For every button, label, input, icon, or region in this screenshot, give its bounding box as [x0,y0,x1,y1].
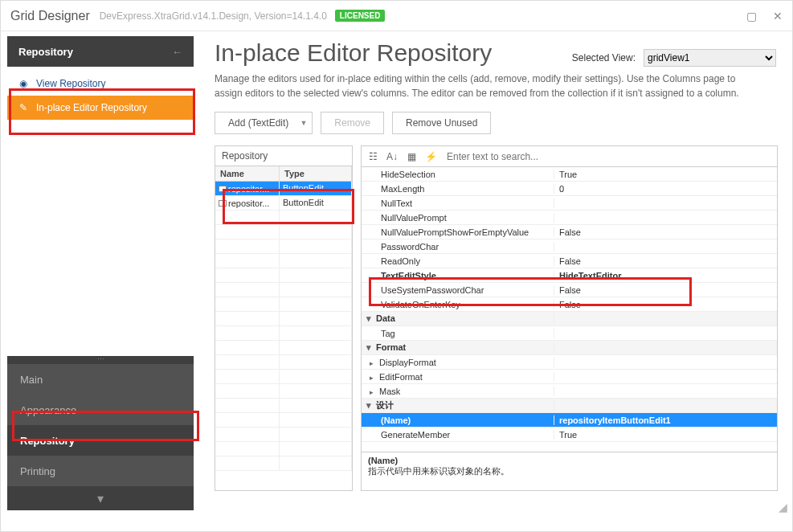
property-row[interactable]: GenerateMemberTrue [362,428,777,442]
property-row[interactable]: HideSelectionTrue [362,167,777,182]
property-row[interactable]: NullValuePromptShowForEmptyValueFalse [362,225,777,239]
repo-panel-head: Repository [215,145,353,166]
resize-grip-icon[interactable]: ◢ [779,501,787,514]
app-title: Grid Designer [10,9,90,23]
remove-button: Remove [321,112,384,134]
property-row[interactable]: Tag [362,326,777,341]
repo-panel: Repository Name Type repositor...ButtonE… [215,145,353,491]
col-name[interactable]: Name [215,166,280,182]
back-icon[interactable]: ← [172,46,182,58]
close-icon[interactable]: ✕ [773,10,783,23]
sort-az-icon[interactable]: A↓ [384,149,400,165]
property-panel: ☷ A↓ ▦ ⚡ HideSelectionTrueMaxLength0Null… [361,145,778,491]
property-row[interactable]: ▸EditFormat [362,370,777,384]
property-row[interactable]: NullValuePrompt [362,211,777,225]
remove-unused-button[interactable]: Remove Unused [392,112,491,134]
property-row[interactable]: ▸DisplayFormat [362,355,777,370]
repo-grid[interactable]: Name Type repositor...ButtonEditreposito… [215,166,353,491]
minimize-icon[interactable]: ▢ [746,10,757,23]
selected-view-dropdown[interactable]: gridView1 [644,49,776,67]
nav-collapse[interactable]: ▾ [7,486,194,510]
property-row[interactable]: MaxLength0 [362,182,777,196]
nav-appearance[interactable]: Appearance [7,395,194,425]
props-icon[interactable]: ▦ [403,149,419,165]
selected-view-label: Selected View: [572,52,636,63]
nav-repository[interactable]: Repository [7,425,194,456]
edit-icon: ✎ [17,101,30,114]
property-row[interactable]: PasswordChar [362,239,777,254]
table-row[interactable]: repositor...ButtonEdit [215,196,352,211]
tree-view-repository[interactable]: ◉ View Repository [7,72,194,96]
nav-grip[interactable]: ⋯ [7,356,194,364]
property-desc: (Name) 指示代码中用来标识该对象的名称。 [362,452,777,490]
chevron-down-icon: ▼ [300,119,307,127]
col-type[interactable]: Type [280,166,352,182]
sidebar: Repository ← ◉ View Repository ✎ In-plac… [1,31,200,517]
categorize-icon[interactable]: ☷ [365,149,381,165]
property-row[interactable]: ▸Mask [362,384,777,399]
sidebar-header: Repository ← [7,36,194,67]
property-row[interactable]: UseSystemPasswordCharFalse [362,283,777,297]
property-row[interactable]: (Name)repositoryItemButtonEdit1 [362,413,777,428]
eye-icon: ◉ [17,77,30,90]
license-badge: LICENSED [335,10,386,22]
tree-inplace-editor[interactable]: ✎ In-place Editor Repository [7,96,194,120]
content: In-place Editor Repository Selected View… [200,31,792,517]
property-row[interactable]: TextEditStyleHideTextEditor [362,268,777,283]
events-icon[interactable]: ⚡ [423,149,439,165]
add-button[interactable]: Add (TextEdit)▼ [215,112,313,134]
titlebar: Grid Designer DevExpress.XtraGrid.v14.1.… [1,1,792,31]
nav-main[interactable]: Main [7,364,194,395]
property-row[interactable]: ▾Data [362,312,777,326]
property-row[interactable]: ▾设计 [362,399,777,413]
property-row[interactable]: ReadOnlyFalse [362,254,777,268]
property-search[interactable] [442,148,774,166]
assembly-info: DevExpress.XtraGrid.v14.1.Design, Versio… [100,10,327,22]
nav-printing[interactable]: Printing [7,456,194,486]
table-row[interactable]: repositor...ButtonEdit [215,182,352,196]
page-desc: Manage the editors used for in-place edi… [215,72,761,100]
property-row[interactable]: ▾Format [362,341,777,355]
property-row[interactable]: NullText [362,196,777,211]
property-row[interactable]: ValidateOnEnterKeyFalse [362,297,777,312]
property-grid[interactable]: HideSelectionTrueMaxLength0NullTextNullV… [362,167,777,452]
